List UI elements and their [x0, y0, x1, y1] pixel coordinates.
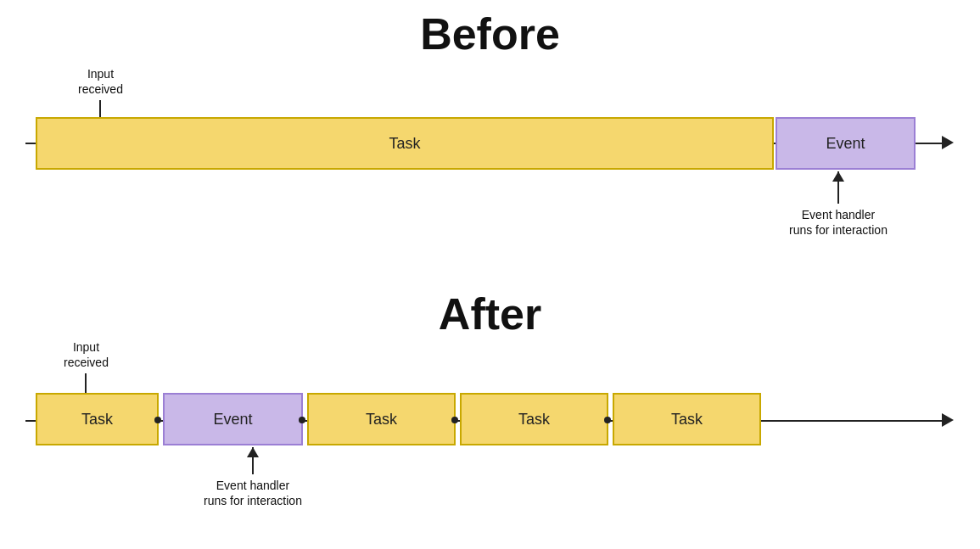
after-event-arrow: [252, 447, 254, 474]
after-task2-box: Task: [307, 393, 456, 445]
after-connector3: [451, 417, 458, 423]
after-connector1: [154, 417, 161, 423]
after-event-box: Event: [163, 393, 303, 445]
before-event-label: Event: [826, 135, 865, 153]
after-task4-box: Task: [613, 393, 761, 445]
before-task-label: Task: [389, 135, 420, 153]
diagram-container: Before Input received Task Event Event h…: [0, 0, 980, 549]
after-task3-box: Task: [460, 393, 608, 445]
after-connector2: [299, 417, 305, 423]
before-event-annotation: Event handler runs for interaction: [789, 171, 888, 241]
after-task1-box: Task: [36, 393, 159, 445]
before-input-text: Input received: [78, 66, 123, 97]
after-title: After: [439, 289, 541, 339]
before-event-box: Event: [776, 117, 916, 170]
after-event-annotation: Event handler runs for interaction: [204, 447, 302, 512]
before-event-arrow: [837, 171, 839, 204]
after-arrow-right: [942, 413, 954, 427]
before-title: Before: [420, 8, 560, 59]
before-event-text: Event handler runs for interaction: [789, 207, 888, 238]
before-arrow-right: [942, 136, 954, 149]
after-event-label: Event: [213, 411, 252, 429]
after-event-text: Event handler runs for interaction: [204, 478, 302, 508]
after-task4-label: Task: [671, 411, 703, 429]
before-task-box: Task: [36, 117, 774, 170]
after-task1-label: Task: [81, 411, 113, 429]
after-task2-label: Task: [366, 411, 397, 429]
after-connector4: [604, 417, 611, 423]
after-task3-label: Task: [518, 411, 550, 429]
after-input-text: Input received: [64, 339, 109, 370]
